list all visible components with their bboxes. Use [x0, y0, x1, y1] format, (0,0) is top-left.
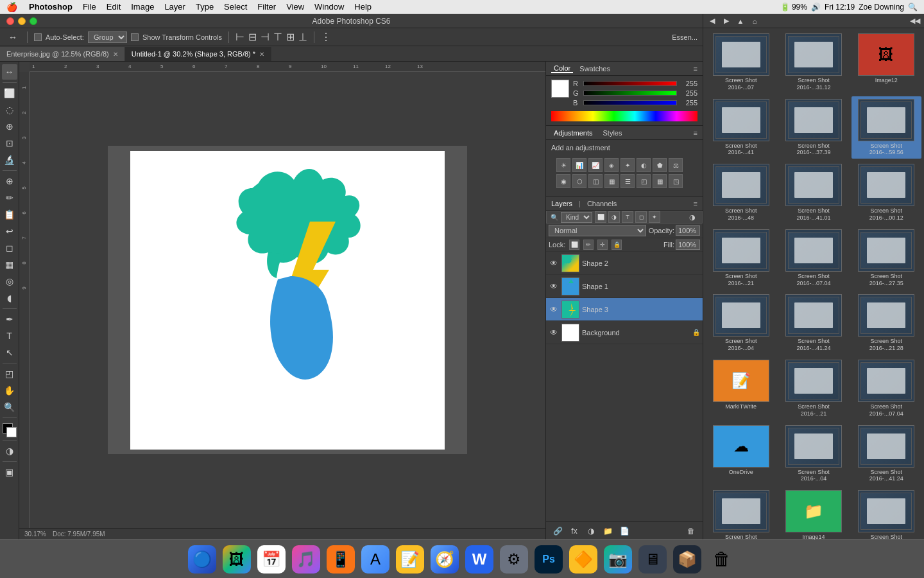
- menu-search[interactable]: 🔍: [908, 3, 918, 12]
- dock-appstore[interactable]: A: [359, 543, 391, 575]
- menu-help[interactable]: Help: [349, 2, 377, 12]
- zoom-tool[interactable]: 🔍: [2, 399, 17, 415]
- close-button[interactable]: [6, 17, 14, 25]
- fill-input[interactable]: [676, 240, 700, 250]
- browser-file-f17[interactable]: Screen Shot 2016-...21: [778, 357, 848, 420]
- filter-type-icon[interactable]: T: [622, 211, 633, 223]
- browser-file-f15[interactable]: Screen Shot 2016-...21.28: [851, 292, 921, 355]
- brightness-icon[interactable]: ☀: [556, 158, 570, 172]
- dodge-tool[interactable]: ◖: [2, 290, 17, 306]
- browser-file-f11[interactable]: Screen Shot 2016-...07.04: [778, 227, 848, 290]
- browser-file-f1[interactable]: Screen Shot 2016-...07: [706, 31, 776, 94]
- bw-icon[interactable]: ⚖: [669, 158, 683, 172]
- browser-file-f7[interactable]: Screen Shot 2016-...48: [706, 161, 776, 224]
- kind-selector[interactable]: Kind: [561, 212, 592, 223]
- dock-iphoto[interactable]: 📷: [602, 543, 634, 575]
- quick-select-tool[interactable]: ⊕: [2, 119, 17, 134]
- opacity-input[interactable]: [676, 225, 700, 236]
- spot-heal-tool[interactable]: ⊕: [2, 173, 17, 189]
- color-preview[interactable]: [551, 80, 569, 98]
- autoselect-checkbox[interactable]: [34, 33, 42, 41]
- posterize-icon[interactable]: ☰: [620, 174, 635, 188]
- browser-file-f23[interactable]: 📁Image14: [778, 487, 848, 539]
- crop-tool[interactable]: ⊡: [2, 136, 17, 151]
- pen-tool[interactable]: ✒: [2, 311, 17, 327]
- menu-select[interactable]: Select: [219, 2, 252, 12]
- distribute-icon[interactable]: ⋮: [321, 31, 331, 43]
- menu-layer[interactable]: Layer: [159, 2, 191, 12]
- tab-enterprise-close[interactable]: ✕: [113, 51, 118, 58]
- dock-trash[interactable]: 🗑: [706, 543, 738, 575]
- browser-up[interactable]: ▲: [734, 15, 747, 27]
- blend-mode-dropdown[interactable]: Normal Multiply Screen: [549, 225, 646, 236]
- layers-panel-menu[interactable]: ≡: [694, 200, 697, 207]
- photo-filter-icon[interactable]: ◉: [556, 174, 570, 188]
- screen-mode-tool[interactable]: ▣: [2, 464, 17, 480]
- apple-menu[interactable]: 🍎: [6, 2, 17, 12]
- threshold-icon[interactable]: ◰: [637, 174, 651, 188]
- align-right-icon[interactable]: ⊣: [261, 31, 270, 43]
- dock-photoshop[interactable]: Ps: [533, 543, 565, 575]
- menu-view[interactable]: View: [281, 2, 309, 12]
- eyedropper-tool[interactable]: 🔬: [2, 152, 17, 168]
- transform-checkbox[interactable]: [131, 33, 139, 41]
- eraser-tool[interactable]: ◻: [2, 240, 17, 256]
- browser-file-f13[interactable]: Screen Shot 2016-...04: [706, 292, 776, 355]
- group-dropdown[interactable]: Group Layer: [88, 31, 127, 43]
- gradient-tool[interactable]: ▦: [2, 257, 17, 272]
- menu-image[interactable]: Image: [126, 2, 159, 12]
- browser-file-f10[interactable]: Screen Shot 2016-...21: [706, 227, 776, 290]
- browser-file-f9[interactable]: Screen Shot 2016-...00.12: [851, 161, 921, 224]
- tab-adjustments[interactable]: Adjustments: [551, 129, 595, 137]
- history-brush-tool[interactable]: ↩: [2, 223, 17, 239]
- align-center-v-icon[interactable]: ⊞: [286, 31, 295, 43]
- layer-shape2[interactable]: 👁 Shape 2: [546, 252, 703, 275]
- browser-home[interactable]: ⌂: [748, 15, 761, 27]
- browser-file-f18[interactable]: Screen Shot 2016-...07.04: [851, 357, 921, 420]
- lock-move-icon[interactable]: ✛: [597, 240, 608, 250]
- color-swatch[interactable]: [3, 423, 17, 437]
- minimize-button[interactable]: [18, 17, 26, 25]
- tab-styles[interactable]: Styles: [601, 129, 625, 137]
- dock-traffic[interactable]: 🔶: [567, 543, 599, 575]
- color-lookup-icon[interactable]: ◫: [588, 174, 603, 188]
- align-bottom-icon[interactable]: ⊥: [298, 31, 307, 43]
- color-balance-icon[interactable]: ⬟: [653, 158, 667, 172]
- lock-all-icon[interactable]: 🔒: [612, 240, 622, 250]
- browser-file-f14[interactable]: Screen Shot 2016-...41.24: [778, 292, 848, 355]
- menu-photoshop[interactable]: Photoshop: [24, 2, 78, 12]
- gradient-map-icon[interactable]: ▦: [653, 174, 667, 188]
- brush-tool[interactable]: ✏: [2, 190, 17, 206]
- dock-calendar[interactable]: 📅: [255, 543, 287, 575]
- add-mask-icon[interactable]: ◑: [585, 525, 597, 538]
- filter-adjustment-icon[interactable]: ◑: [608, 211, 620, 223]
- layer-shape3-visibility[interactable]: 👁: [549, 304, 559, 315]
- dock-ios[interactable]: 📱: [325, 543, 357, 575]
- browser-file-f24[interactable]: Screen Shot 2016-...16.38: [851, 487, 921, 539]
- hand-tool[interactable]: ✋: [2, 383, 17, 398]
- browser-file-f3[interactable]: 🖼Image12: [851, 31, 921, 94]
- tab-channels[interactable]: Channels: [587, 200, 617, 207]
- align-top-icon[interactable]: ⊤: [273, 31, 282, 43]
- menu-edit[interactable]: Edit: [101, 2, 126, 12]
- browser-collapse[interactable]: ◀◀: [909, 15, 921, 27]
- invert-icon[interactable]: ▦: [604, 174, 619, 188]
- add-fx-icon[interactable]: fx: [568, 525, 581, 538]
- lock-transparency-icon[interactable]: ⬜: [569, 240, 579, 250]
- new-layer-icon[interactable]: 📄: [618, 525, 631, 538]
- adjustments-panel-menu[interactable]: ≡: [694, 129, 697, 137]
- new-group-icon[interactable]: 📁: [601, 525, 614, 538]
- browser-file-f19[interactable]: ☁OneDrive: [706, 423, 776, 486]
- move-tool[interactable]: ↔: [2, 64, 17, 80]
- filter-pixel-icon[interactable]: ⬜: [595, 211, 606, 223]
- menu-filter[interactable]: Filter: [252, 2, 281, 12]
- dock-photos[interactable]: 🖼: [221, 543, 253, 575]
- dock-word[interactable]: W: [463, 543, 495, 575]
- align-left-icon[interactable]: ⊢: [235, 31, 244, 43]
- text-tool[interactable]: T: [2, 328, 17, 344]
- selective-color-icon[interactable]: ◳: [669, 174, 683, 188]
- menu-window[interactable]: Window: [309, 2, 349, 12]
- channel-mixer-icon[interactable]: ⬡: [572, 174, 586, 188]
- exposure-icon[interactable]: ◈: [604, 158, 619, 172]
- blur-tool[interactable]: ◎: [2, 274, 17, 289]
